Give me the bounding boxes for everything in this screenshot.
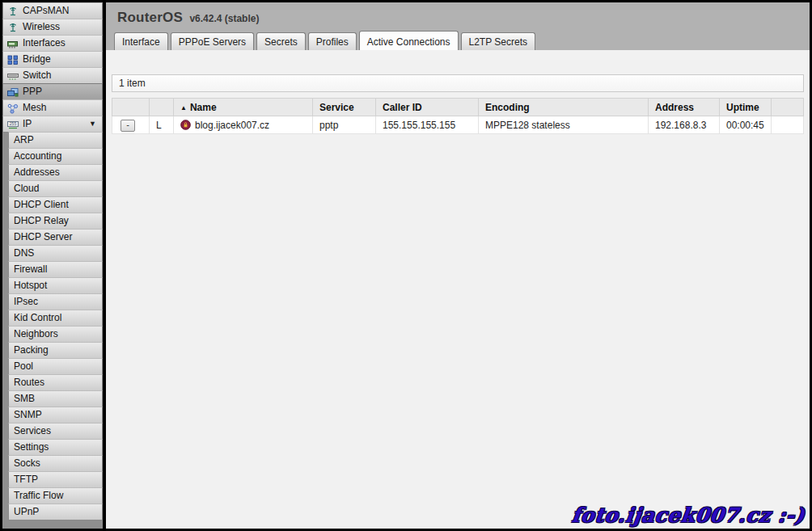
sidebar-item-hotspot[interactable]: Hotspot <box>8 277 103 294</box>
column-header-name[interactable]: ▲Name <box>174 99 313 116</box>
column-header-encoding[interactable]: Encoding <box>479 99 649 116</box>
cell-name: blog.ijacek007.cz <box>174 116 313 134</box>
cell-caller_id: 155.155.155.155 <box>376 116 479 134</box>
column-header-address[interactable]: Address <box>649 99 720 116</box>
sidebar-item-kid-control[interactable]: Kid Control <box>8 310 103 327</box>
ip-icon: 255 <box>6 119 20 130</box>
tab-l2tp-secrets[interactable]: L2TP Secrets <box>461 32 535 50</box>
sidebar-item-firewall[interactable]: Firewall <box>8 261 103 278</box>
sidebar-item-dhcp-relay[interactable]: DHCP Relay <box>8 213 103 230</box>
sidebar-item-smb[interactable]: SMB <box>8 390 103 407</box>
page-title: RouterOS v6.42.4 (stable) <box>117 10 259 26</box>
sidebar-item-bridge[interactable]: Bridge <box>2 51 103 68</box>
table-body: -Lblog.ijacek007.czpptp155.155.155.155MP… <box>112 116 804 134</box>
sidebar-item-label: IPsec <box>14 294 38 310</box>
sidebar-item-label: Routes <box>14 375 44 390</box>
tab-active-connections[interactable]: Active Connections <box>359 31 459 50</box>
sidebar-item-traffic-flow[interactable]: Traffic Flow <box>8 487 103 504</box>
sidebar-item-interfaces[interactable]: Interfaces <box>2 35 103 52</box>
connection-name: blog.ijacek007.cz <box>195 120 269 131</box>
sidebar-item-addresses[interactable]: Addresses <box>8 164 103 181</box>
sidebar-item-label: Mesh <box>23 100 46 116</box>
column-header-remove[interactable] <box>112 99 150 116</box>
sidebar-item-label: CAPsMAN <box>23 3 69 19</box>
sidebar-item-settings[interactable]: Settings <box>8 439 103 456</box>
ppp-icon <box>6 86 20 98</box>
table-header-row: ▲NameServiceCaller IDEncodingAddressUpti… <box>112 99 804 116</box>
items-count-bar: 1 item <box>112 74 804 92</box>
sidebar-item-dns[interactable]: DNS <box>8 245 103 262</box>
cell-address: 192.168.8.3 <box>649 116 720 134</box>
sidebar-item-ip[interactable]: 255IP▼ <box>2 116 103 133</box>
sidebar-item-neighbors[interactable]: Neighbors <box>8 326 103 343</box>
sidebar-item-label: TFTP <box>14 472 38 487</box>
column-header-uptime[interactable]: Uptime <box>720 99 772 116</box>
chevron-down-icon[interactable]: ▼ <box>89 116 99 132</box>
sidebar-item-switch[interactable]: Switch <box>2 67 103 84</box>
version-label: v6.42.4 (stable) <box>189 13 259 24</box>
sidebar-item-arp[interactable]: ARP <box>8 132 103 149</box>
sidebar-item-mesh[interactable]: Mesh <box>2 99 103 116</box>
sidebar-item-routes[interactable]: Routes <box>8 374 103 391</box>
sidebar-item-accounting[interactable]: Accounting <box>8 148 103 165</box>
sidebar: CAPsMANWirelessInterfacesBridgeSwitchPPP… <box>2 2 103 529</box>
sidebar-item-label: Kid Control <box>14 310 61 326</box>
column-header-caller_id[interactable]: Caller ID <box>376 99 479 116</box>
sidebar-item-label: Pool <box>14 359 33 374</box>
sidebar-item-label: PPP <box>23 84 42 99</box>
sidebar-item-label: UPnP <box>14 504 39 520</box>
sidebar-item-socks[interactable]: Socks <box>8 455 103 472</box>
sidebar-item-dhcp-client[interactable]: DHCP Client <box>8 196 103 213</box>
tab-secrets[interactable]: Secrets <box>256 32 306 50</box>
sidebar-item-packing[interactable]: Packing <box>8 342 103 359</box>
sidebar-item-label: Interfaces <box>23 36 66 51</box>
sidebar-item-tftp[interactable]: TFTP <box>8 471 103 488</box>
sidebar-item-label: DHCP Relay <box>14 213 69 229</box>
sidebar-item-upnp[interactable]: UPnP <box>8 504 103 520</box>
tab-pppoe-servers[interactable]: PPPoE Servers <box>171 32 254 50</box>
column-header-flags[interactable] <box>150 99 174 116</box>
cell-encoding: MPPE128 stateless <box>479 116 649 134</box>
sidebar-item-cloud[interactable]: Cloud <box>8 180 103 197</box>
interface-card-icon <box>6 38 20 49</box>
header-bar: RouterOS v6.42.4 (stable) InterfacePPPoE… <box>106 2 810 50</box>
sidebar-item-snmp[interactable]: SNMP <box>8 407 103 424</box>
sidebar-item-pool[interactable]: Pool <box>8 358 103 375</box>
sidebar-item-label: Neighbors <box>14 327 58 342</box>
cell-spacer <box>772 116 804 134</box>
sidebar-item-wireless[interactable]: Wireless <box>2 19 103 36</box>
table-row: -Lblog.ijacek007.czpptp155.155.155.155MP… <box>112 116 804 134</box>
remove-connection-button[interactable]: - <box>121 120 135 132</box>
connections-table-wrap: ▲NameServiceCaller IDEncodingAddressUpti… <box>112 98 804 134</box>
svg-text:255: 255 <box>10 121 17 126</box>
sidebar-item-label: Firewall <box>14 262 47 277</box>
sidebar-item-capsman[interactable]: CAPsMAN <box>2 2 103 19</box>
sidebar-item-label: DNS <box>14 246 34 261</box>
cell-service: pptp <box>313 116 376 134</box>
column-header-spacer[interactable] <box>772 99 804 116</box>
pptp-connection-lock-icon <box>180 120 191 130</box>
connections-table: ▲NameServiceCaller IDEncodingAddressUpti… <box>112 98 804 134</box>
sidebar-item-ipsec[interactable]: IPsec <box>8 293 103 310</box>
tab-interface[interactable]: Interface <box>114 32 168 50</box>
tab-bar: InterfacePPPoE ServersSecretsProfilesAct… <box>114 31 538 50</box>
sidebar-item-label: Packing <box>14 343 49 358</box>
sidebar-item-label: IP <box>23 116 32 132</box>
sidebar-item-label: Addresses <box>14 165 60 180</box>
sidebar-item-label: Switch <box>23 68 51 83</box>
sidebar-item-dhcp-server[interactable]: DHCP Server <box>8 229 103 246</box>
sidebar-item-label: DHCP Client <box>14 197 69 213</box>
main-panel: RouterOS v6.42.4 (stable) InterfacePPPoE… <box>106 2 810 529</box>
sidebar-item-services[interactable]: Services <box>8 423 103 440</box>
mesh-icon <box>6 103 20 114</box>
switch-icon <box>6 70 20 82</box>
column-header-service[interactable]: Service <box>313 99 376 116</box>
cell-remove: - <box>112 116 150 134</box>
tab-profiles[interactable]: Profiles <box>308 32 357 50</box>
product-name: RouterOS <box>117 10 183 25</box>
sidebar-item-ppp[interactable]: PPP <box>2 83 103 100</box>
sidebar-item-label: Services <box>14 424 51 439</box>
content-area: 1 item ▲NameServiceCaller IDEncodingAddr… <box>106 50 810 529</box>
sidebar-item-label: SNMP <box>14 407 42 423</box>
capsman-antenna-icon <box>6 6 20 17</box>
